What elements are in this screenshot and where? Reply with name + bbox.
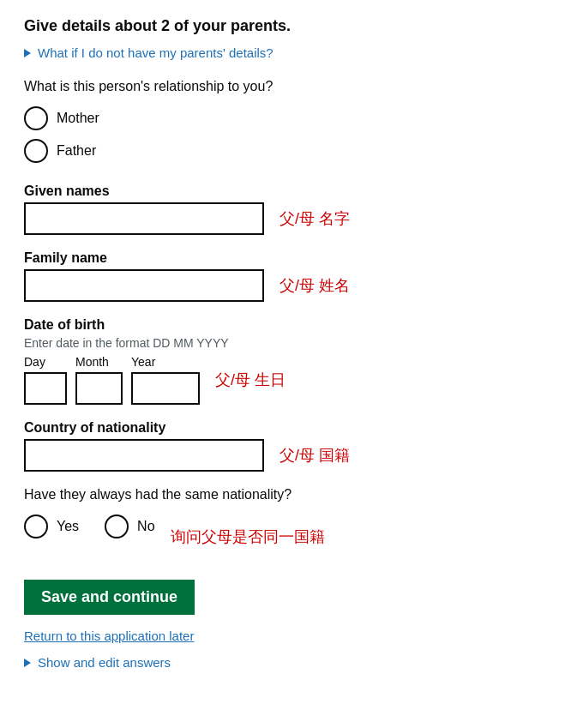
dob-group: Date of birth Enter date in the format D… [24,317,559,405]
dob-year-input[interactable] [131,372,200,405]
radio-circle-yes[interactable] [24,514,48,538]
same-nationality-question: Have they always had the same nationalit… [24,487,559,502]
radio-no[interactable]: No [105,514,154,538]
dob-month-field: Month [75,355,123,405]
radio-label-yes: Yes [57,519,79,534]
same-nationality-annotation: 询问父母是否同一国籍 [171,526,325,547]
radio-circle-father[interactable] [24,139,48,163]
show-answers-link-text: Show and edit answers [38,655,171,670]
page-title: Give details about 2 of your parents. [24,17,559,35]
given-names-input[interactable] [24,202,264,235]
radio-yes[interactable]: Yes [24,514,79,538]
dob-year-label: Year [131,355,200,369]
given-names-annotation: 父/母 名字 [279,208,350,229]
radio-mother[interactable]: Mother [24,106,559,130]
family-name-group: Family name 父/母 姓名 [24,250,559,302]
family-name-label: Family name [24,250,559,266]
dob-year-field: Year [131,355,200,405]
dob-day-input[interactable] [24,372,67,405]
dob-hint: Enter date in the format DD MM YYYY [24,336,559,350]
radio-father[interactable]: Father [24,139,559,163]
given-names-group: Given names 父/母 名字 [24,184,559,235]
triangle-icon [24,49,31,57]
family-name-input[interactable] [24,269,264,302]
collapsible-link[interactable]: What if I do not have my parents' detail… [24,45,559,60]
same-nationality-group: Have they always had the same nationalit… [24,487,559,559]
given-names-label: Given names [24,184,559,199]
radio-circle-no[interactable] [105,514,129,538]
return-link[interactable]: Return to this application later [24,629,559,643]
relationship-question: What is this person's relationship to yo… [24,79,559,94]
dob-inputs: Day Month Year [24,355,200,405]
bottom-section: Save and continue Return to this applica… [24,580,559,670]
radio-label-mother: Mother [57,111,99,126]
show-answers-triangle-icon [24,659,31,667]
nationality-input[interactable] [24,439,264,472]
nationality-label: Country of nationality [24,420,559,436]
relationship-radio-group: Mother Father [24,106,559,163]
collapsible-link-text: What if I do not have my parents' detail… [38,45,273,60]
radio-label-no: No [137,519,154,534]
family-name-annotation: 父/母 姓名 [279,275,350,296]
radio-circle-mother[interactable] [24,106,48,130]
dob-month-input[interactable] [75,372,123,405]
dob-label: Date of birth [24,317,559,333]
dob-day-label: Day [24,355,67,369]
show-answers-link[interactable]: Show and edit answers [24,655,559,670]
dob-month-label: Month [75,355,123,369]
nationality-group: Country of nationality 父/母 国籍 [24,420,559,472]
save-and-continue-button[interactable]: Save and continue [24,580,195,615]
same-nationality-radio-group: Yes No [24,514,155,538]
nationality-annotation: 父/母 国籍 [279,445,350,466]
radio-label-father: Father [57,143,96,159]
dob-day-field: Day [24,355,67,405]
dob-annotation: 父/母 生日 [215,370,285,390]
